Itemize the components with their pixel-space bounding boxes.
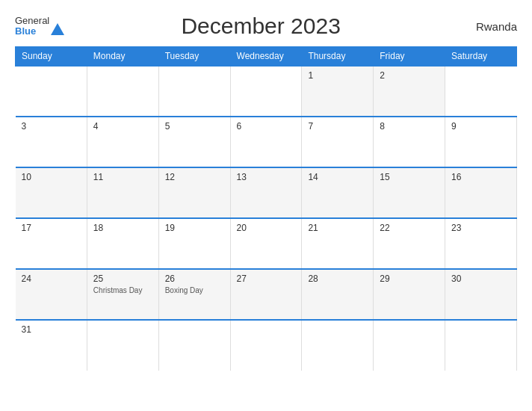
calendar-day: 16 bbox=[445, 167, 517, 218]
calendar-day: 19 bbox=[158, 218, 230, 269]
calendar-day: 24 bbox=[16, 269, 87, 320]
col-sunday: Sunday bbox=[16, 47, 87, 67]
col-saturday: Saturday bbox=[445, 47, 517, 67]
calendar-day: 12 bbox=[158, 167, 230, 218]
calendar-day: 22 bbox=[374, 218, 445, 269]
calendar-day: 1 bbox=[302, 66, 374, 117]
calendar-day-empty bbox=[230, 66, 302, 117]
calendar-day-empty bbox=[445, 320, 517, 371]
calendar-day-empty bbox=[374, 320, 445, 371]
col-thursday: Thursday bbox=[302, 47, 374, 67]
logo-text: General Blue bbox=[15, 16, 49, 37]
col-wednesday: Wednesday bbox=[230, 47, 302, 67]
calendar-day-empty bbox=[230, 320, 302, 371]
calendar-day: 25Christmas Day bbox=[87, 269, 158, 320]
calendar-day: 7 bbox=[302, 117, 374, 167]
calendar-day: 20 bbox=[230, 218, 302, 269]
calendar-day: 9 bbox=[445, 117, 517, 167]
calendar-week-row: 10111213141516 bbox=[16, 167, 517, 218]
calendar-day-empty bbox=[16, 66, 87, 117]
calendar-day: 21 bbox=[302, 218, 374, 269]
calendar-day-empty bbox=[158, 320, 230, 371]
calendar-day: 27 bbox=[230, 269, 302, 320]
col-friday: Friday bbox=[374, 47, 445, 67]
calendar-day: 3 bbox=[16, 117, 87, 167]
calendar-day: 10 bbox=[16, 167, 87, 218]
calendar-day-empty bbox=[158, 66, 230, 117]
col-tuesday: Tuesday bbox=[158, 47, 230, 67]
calendar-day: 29 bbox=[374, 269, 445, 320]
calendar-header-row: Sunday Monday Tuesday Wednesday Thursday… bbox=[16, 47, 517, 67]
logo-triangle-icon bbox=[51, 23, 64, 35]
calendar-day: 31 bbox=[16, 320, 87, 371]
country-label: Rwanda bbox=[457, 20, 517, 33]
calendar-week-row: 17181920212223 bbox=[16, 218, 517, 269]
calendar-day: 8 bbox=[374, 117, 445, 167]
calendar-day: 11 bbox=[87, 167, 158, 218]
calendar-day: 30 bbox=[445, 269, 517, 320]
calendar-day: 18 bbox=[87, 218, 158, 269]
calendar-week-row: 2425Christmas Day26Boxing Day27282930 bbox=[16, 269, 517, 320]
calendar-day: 26Boxing Day bbox=[158, 269, 230, 320]
calendar-day: 23 bbox=[445, 218, 517, 269]
page-title: December 2023 bbox=[64, 13, 457, 39]
calendar-day-empty bbox=[87, 66, 158, 117]
calendar-day: 5 bbox=[158, 117, 230, 167]
calendar-day: 17 bbox=[16, 218, 87, 269]
calendar-day-empty bbox=[87, 320, 158, 371]
calendar-week-row: 31 bbox=[16, 320, 517, 371]
logo: General Blue bbox=[15, 16, 64, 37]
calendar-day: 6 bbox=[230, 117, 302, 167]
calendar-week-row: 12 bbox=[16, 66, 517, 117]
page: General Blue December 2023 Rwanda Sunday… bbox=[0, 0, 532, 411]
calendar-day: 15 bbox=[374, 167, 445, 218]
calendar-day: 28 bbox=[302, 269, 374, 320]
calendar-day: 4 bbox=[87, 117, 158, 167]
calendar-day: 2 bbox=[374, 66, 445, 117]
col-monday: Monday bbox=[87, 47, 158, 67]
calendar-week-row: 3456789 bbox=[16, 117, 517, 167]
header: General Blue December 2023 Rwanda bbox=[15, 13, 517, 39]
calendar-day: 13 bbox=[230, 167, 302, 218]
calendar-day-empty bbox=[302, 320, 374, 371]
calendar-day: 14 bbox=[302, 167, 374, 218]
calendar-table: Sunday Monday Tuesday Wednesday Thursday… bbox=[15, 46, 517, 371]
